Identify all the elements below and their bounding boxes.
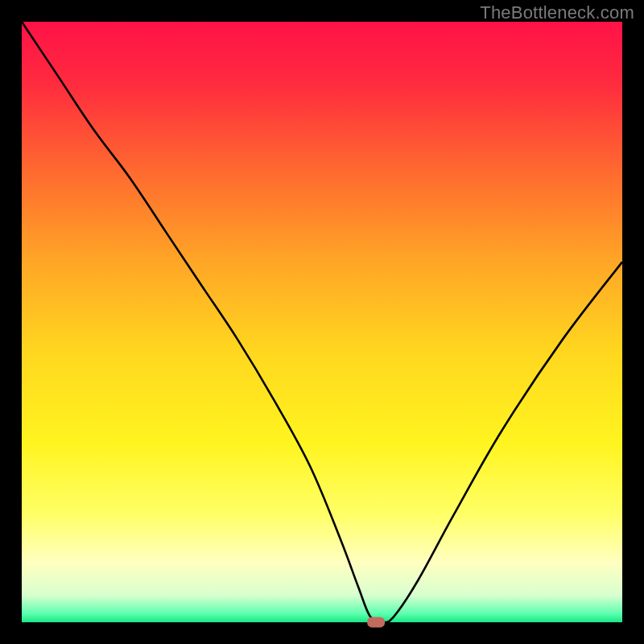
chart-container: TheBottleneck.com (0, 0, 644, 644)
bottleneck-marker (367, 617, 385, 628)
chart-background (22, 22, 622, 622)
watermark-label: TheBottleneck.com (480, 2, 634, 23)
bottleneck-chart (0, 0, 644, 644)
